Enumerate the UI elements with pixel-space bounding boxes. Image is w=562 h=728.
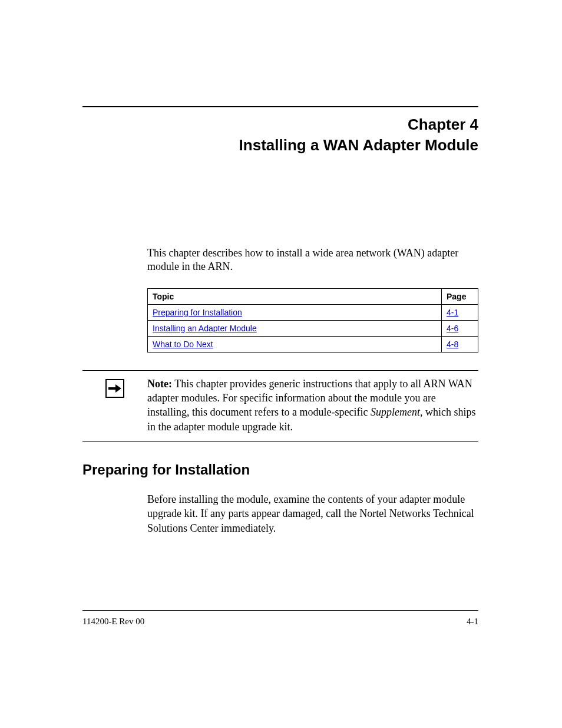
intro-paragraph: This chapter describes how to install a … — [147, 246, 478, 274]
svg-rect-0 — [108, 387, 116, 390]
footer-doc-id: 114200-E Rev 00 — [82, 617, 144, 627]
section-body-preparing: Before installing the module, examine th… — [147, 492, 478, 535]
arrow-right-icon — [105, 379, 124, 398]
toc-page-next[interactable]: 4-8 — [447, 340, 458, 349]
top-rule — [82, 106, 478, 107]
toc-link-preparing[interactable]: Preparing for Installation — [153, 308, 242, 317]
table-row: Installing an Adapter Module 4-6 — [148, 320, 478, 336]
table-row: What to Do Next 4-8 — [148, 336, 478, 352]
note-label: Note: — [147, 378, 172, 390]
section-heading-preparing: Preparing for Installation — [82, 462, 478, 478]
toc-page-installing[interactable]: 4-6 — [447, 324, 458, 333]
note-text: Note: This chapter provides generic inst… — [147, 377, 478, 434]
table-row: Preparing for Installation 4-1 — [148, 304, 478, 320]
toc-table: Topic Page Preparing for Installation 4-… — [147, 288, 478, 353]
toc-header-page: Page — [442, 288, 478, 304]
note-italic: Supplement — [371, 406, 420, 418]
table-header-row: Topic Page — [148, 288, 478, 304]
toc-link-installing[interactable]: Installing an Adapter Module — [153, 324, 257, 333]
toc-link-next[interactable]: What to Do Next — [153, 340, 213, 349]
footer-page-number: 4-1 — [467, 617, 478, 627]
toc-page-preparing[interactable]: 4-1 — [447, 308, 458, 317]
chapter-title: Installing a WAN Adapter Module — [82, 136, 478, 154]
note-block: Note: This chapter provides generic inst… — [82, 370, 478, 442]
footer-rule — [82, 610, 478, 611]
chapter-number: Chapter 4 — [82, 116, 478, 134]
svg-marker-1 — [115, 384, 121, 393]
toc-header-topic: Topic — [148, 288, 442, 304]
